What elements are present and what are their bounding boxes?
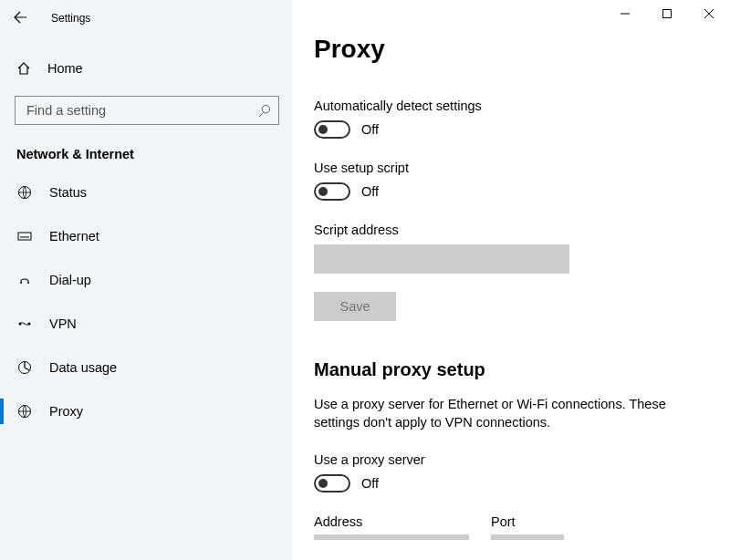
sidebar-item-label: Data usage <box>49 360 117 375</box>
sidebar-item-label: Ethernet <box>49 229 99 244</box>
address-label: Address <box>314 514 469 529</box>
svg-rect-0 <box>663 10 672 18</box>
sidebar-item-datausage[interactable]: Data usage <box>0 346 292 389</box>
use-proxy-state: Off <box>361 476 379 491</box>
status-icon <box>16 184 33 201</box>
svg-point-5 <box>27 282 29 284</box>
setup-script-toggle[interactable] <box>314 182 350 201</box>
search-box[interactable] <box>15 96 279 125</box>
close-icon <box>704 9 714 18</box>
home-icon <box>16 61 31 76</box>
minimize-icon <box>620 9 630 18</box>
close-button[interactable] <box>688 0 730 27</box>
auto-detect-state: Off <box>361 122 379 137</box>
sidebar-item-label: Dial-up <box>49 273 91 287</box>
main-content: Proxy Automatically detect settings Off … <box>292 0 730 560</box>
svg-point-4 <box>20 282 22 284</box>
back-arrow-icon <box>13 10 27 25</box>
dialup-icon <box>16 272 33 288</box>
ethernet-icon <box>16 228 33 244</box>
sidebar-item-label: VPN <box>49 316 77 331</box>
window-title: Settings <box>51 12 90 25</box>
script-address-label: Script address <box>314 223 706 237</box>
maximize-button[interactable] <box>646 0 688 27</box>
manual-proxy-header: Manual proxy setup <box>314 359 706 380</box>
settings-window: Settings Home <box>0 0 730 560</box>
proxy-icon <box>16 403 33 420</box>
sidebar-item-ethernet[interactable]: Ethernet <box>0 214 292 258</box>
sidebar-item-vpn[interactable]: VPN <box>0 302 292 346</box>
sidebar-item-label: Status <box>49 185 87 200</box>
sidebar-home-label: Home <box>47 61 83 76</box>
minimize-button[interactable] <box>604 0 646 27</box>
search-icon <box>257 104 271 118</box>
port-input <box>491 534 564 540</box>
use-proxy-toggle[interactable] <box>314 474 350 493</box>
port-label: Port <box>491 514 564 529</box>
maximize-icon <box>662 9 672 18</box>
use-proxy-label: Use a proxy server <box>314 452 706 467</box>
sidebar: Home Network & Internet Status <box>0 0 292 560</box>
svg-point-1 <box>262 105 269 112</box>
vpn-icon <box>16 316 33 332</box>
sidebar-item-dialup[interactable]: Dial-up <box>0 258 292 302</box>
setup-script-state: Off <box>361 184 379 199</box>
auto-detect-label: Automatically detect settings <box>314 99 706 113</box>
datausage-icon <box>16 359 33 376</box>
sidebar-category-header: Network & Internet <box>0 129 292 171</box>
script-address-input <box>314 244 569 274</box>
setup-script-label: Use setup script <box>314 161 706 175</box>
back-button[interactable] <box>11 8 29 26</box>
auto-detect-toggle[interactable] <box>314 120 350 139</box>
manual-proxy-description: Use a proxy server for Ethernet or Wi-Fi… <box>314 395 688 432</box>
titlebar: Settings <box>0 0 730 29</box>
save-button: Save <box>314 292 396 321</box>
search-input[interactable] <box>25 102 257 119</box>
sidebar-home[interactable]: Home <box>0 50 292 87</box>
page-title: Proxy <box>314 35 712 64</box>
sidebar-item-proxy[interactable]: Proxy <box>0 389 292 433</box>
address-input <box>314 534 469 540</box>
sidebar-item-status[interactable]: Status <box>0 171 292 214</box>
settings-scroll-area[interactable]: Automatically detect settings Off Use se… <box>314 99 712 549</box>
sidebar-item-label: Proxy <box>49 404 83 419</box>
